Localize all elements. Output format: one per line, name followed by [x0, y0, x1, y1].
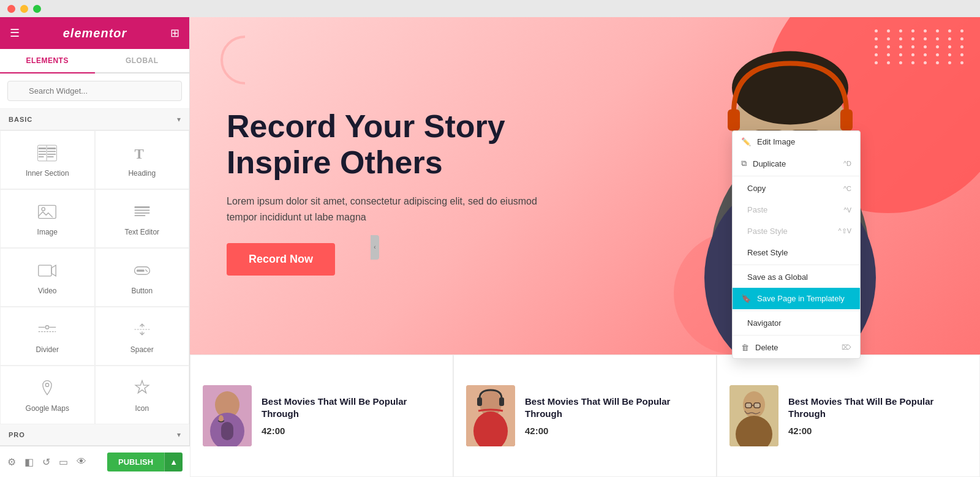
- search-wrapper: [7, 81, 182, 101]
- paste-style-shortcut: ^⇧V: [839, 227, 852, 235]
- svg-text:T: T: [134, 146, 144, 162]
- widget-image[interactable]: Image: [0, 189, 95, 248]
- pro-chevron-icon[interactable]: ▾: [177, 430, 181, 439]
- app-container: ☰ elementor ⊞ ELEMENTS GLOBAL BASIC ▾: [0, 17, 980, 477]
- section-header-pro: PRO ▾: [0, 424, 189, 446]
- menu-item-save-global[interactable]: Save as a Global: [733, 266, 860, 288]
- widget-google-maps[interactable]: Google Maps: [0, 366, 95, 424]
- responsive-icon[interactable]: ▭: [59, 456, 68, 468]
- movie-card-2: Best Movies That Will Be Popular Through…: [453, 355, 717, 477]
- svg-rect-48: [499, 397, 504, 406]
- menu-item-paste[interactable]: Paste ^V: [733, 199, 860, 220]
- maximize-button[interactable]: [33, 5, 41, 13]
- svg-rect-15: [134, 212, 149, 214]
- publish-dropdown-button[interactable]: ▲: [164, 453, 183, 471]
- menu-item-paste-style-label: Paste Style: [747, 227, 788, 236]
- menu-item-save-templately[interactable]: 🔖 Save Page in Templately ⬤: [733, 288, 860, 309]
- grid-icon[interactable]: ⊞: [170, 26, 179, 40]
- settings-icon[interactable]: ⚙: [7, 456, 16, 468]
- sidebar: ☰ elementor ⊞ ELEMENTS GLOBAL BASIC ▾: [0, 17, 190, 446]
- section-header-basic: BASIC ▾: [0, 109, 189, 130]
- menu-item-copy-label: Copy: [747, 184, 766, 193]
- menu-item-delete[interactable]: 🗑 Delete ⌦: [733, 337, 860, 358]
- menu-item-duplicate[interactable]: ⧉ Duplicate ^D: [733, 152, 860, 175]
- widget-heading-label: Heading: [128, 169, 156, 178]
- widget-icon[interactable]: Icon: [95, 366, 190, 424]
- widget-video-label: Video: [38, 287, 56, 295]
- templately-icon: 🔖: [741, 294, 751, 303]
- widget-button[interactable]: Button: [95, 248, 190, 307]
- menu-item-reset-style[interactable]: Reset Style: [733, 242, 860, 263]
- search-container: [0, 73, 189, 109]
- publish-btn-group: PUBLISH ▲: [107, 453, 183, 471]
- bottom-toolbar: ⚙ ◧ ↺ ▭ 👁 PUBLISH ▲: [0, 446, 190, 477]
- widget-button-label: Button: [131, 287, 153, 295]
- menu-item-save-global-label: Save as a Global: [747, 272, 808, 282]
- layers-icon[interactable]: ◧: [24, 456, 34, 468]
- cursor-indicator: ⬤: [843, 239, 854, 250]
- movie-title-2: Best Movies That Will Be Popular Through: [525, 396, 704, 419]
- basic-chevron-icon[interactable]: ▾: [177, 115, 181, 124]
- text-editor-icon: [131, 201, 153, 223]
- svg-rect-1: [39, 151, 46, 152]
- svg-rect-11: [39, 205, 56, 218]
- hamburger-icon[interactable]: ☰: [10, 26, 20, 40]
- inner-section-icon: [36, 142, 58, 164]
- menu-item-navigator[interactable]: Navigator: [733, 312, 860, 334]
- spacer-icon: [131, 318, 153, 340]
- movie-info-2: Best Movies That Will Be Popular Through…: [525, 396, 704, 436]
- menu-item-reset-style-label: Reset Style: [747, 248, 788, 257]
- minimize-button[interactable]: [20, 5, 28, 13]
- video-icon: [36, 260, 58, 282]
- widget-spacer[interactable]: Spacer: [95, 307, 190, 366]
- widget-inner-section[interactable]: Inner Section: [0, 130, 95, 189]
- movie-time-2: 42:00: [525, 426, 704, 436]
- movie-title-3: Best Movies That Will Be Popular Through: [788, 396, 967, 419]
- svg-rect-17: [39, 265, 51, 276]
- menu-item-paste-label: Paste: [747, 205, 767, 214]
- publish-button[interactable]: PUBLISH: [107, 453, 164, 471]
- widget-inner-section-label: Inner Section: [26, 169, 69, 178]
- sidebar-collapse-arrow[interactable]: ‹: [371, 235, 379, 260]
- menu-item-copy[interactable]: Copy ^C: [733, 178, 860, 199]
- maps-icon: [36, 377, 58, 399]
- delete-shortcut: ⌦: [842, 344, 851, 351]
- context-menu: ✏️ Edit Image ⧉ Duplicate ^D: [732, 130, 861, 359]
- duplicate-icon: ⧉: [741, 159, 747, 168]
- widget-heading[interactable]: T Heading: [95, 130, 190, 189]
- movies-section: Best Movies That Will Be Popular Through…: [190, 355, 980, 477]
- widget-divider-label: Divider: [36, 345, 59, 354]
- image-icon: [36, 201, 58, 223]
- movie-card-1: Best Movies That Will Be Popular Through…: [190, 355, 453, 477]
- menu-item-paste-style[interactable]: Paste Style ^⇧V: [733, 220, 860, 242]
- section-title-pro: PRO: [9, 431, 25, 438]
- svg-rect-0: [39, 148, 46, 149]
- svg-rect-53: [754, 403, 760, 408]
- movie-title-1: Best Movies That Will Be Popular Through: [262, 396, 440, 419]
- svg-rect-19: [137, 269, 144, 272]
- history-icon[interactable]: ↺: [42, 456, 50, 468]
- widget-text-editor[interactable]: Text Editor: [95, 189, 190, 248]
- record-now-button[interactable]: Record Now: [227, 243, 335, 276]
- titlebar: [0, 0, 980, 17]
- svg-rect-3: [39, 156, 44, 157]
- widget-icon-label: Icon: [135, 404, 149, 413]
- widget-divider[interactable]: Divider: [0, 307, 95, 366]
- search-input[interactable]: [7, 81, 182, 101]
- close-button[interactable]: [7, 5, 15, 13]
- svg-rect-13: [134, 206, 149, 208]
- menu-divider-1: [733, 176, 860, 176]
- widget-spacer-label: Spacer: [130, 345, 154, 354]
- widget-image-label: Image: [37, 228, 58, 236]
- eye-icon[interactable]: 👁: [77, 456, 86, 467]
- menu-item-navigator-label: Navigator: [747, 318, 782, 328]
- menu-item-delete-label: Delete: [755, 343, 778, 352]
- svg-rect-2: [39, 154, 46, 155]
- movie-info-3: Best Movies That Will Be Popular Through…: [788, 396, 967, 436]
- sidebar-tabs: ELEMENTS GLOBAL: [0, 49, 189, 73]
- menu-item-edit-image[interactable]: ✏️ Edit Image: [733, 131, 860, 152]
- tab-global[interactable]: GLOBAL: [95, 49, 190, 72]
- widget-video[interactable]: Video: [0, 248, 95, 307]
- tab-elements[interactable]: ELEMENTS: [0, 49, 95, 73]
- menu-item-save-templately-label: Save Page in Templately: [757, 294, 845, 303]
